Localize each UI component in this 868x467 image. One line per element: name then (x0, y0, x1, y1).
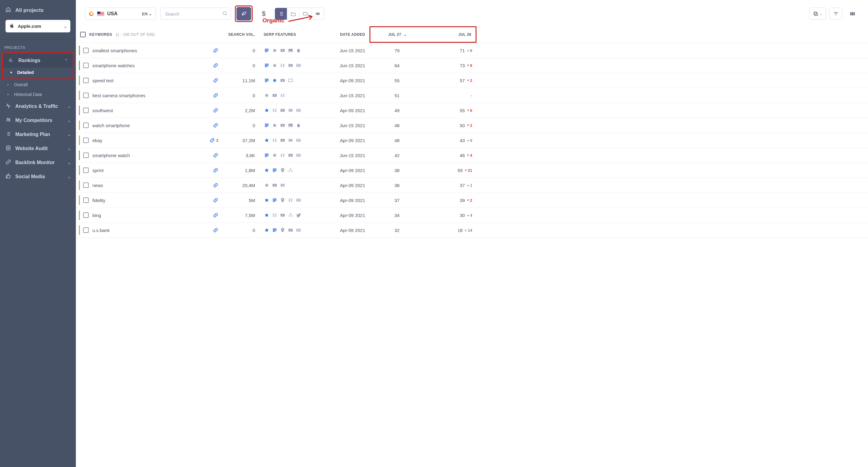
table-row[interactable]: sprint1,8MApr-09 20213859▼21 (76, 163, 868, 178)
row-checkbox[interactable] (83, 153, 89, 158)
row-checkbox[interactable] (83, 78, 89, 83)
leaf-icon (241, 11, 247, 17)
table-row[interactable]: ebay337,2MApr-09 20214843▲5 (76, 133, 868, 148)
jul27-cell: 32 (369, 223, 425, 237)
overall-label: Overall (14, 82, 28, 87)
keyword-cell: best camera smartphones (76, 88, 223, 103)
serp-star-icon (264, 182, 270, 188)
all-projects-label: All projects (15, 7, 44, 13)
col-jul28[interactable]: JUL 28 (423, 28, 474, 41)
sidebar-item-audit[interactable]: Website Audit ⌄ (0, 141, 76, 156)
sidebar-item-social[interactable]: Social Media ⌄ (0, 170, 76, 184)
region-selector[interactable]: G USA EN ⌄ (85, 8, 156, 20)
table-row[interactable]: u.s.bank0Apr-09 20213218▲14 (76, 223, 868, 238)
keyword-link-icon[interactable] (213, 108, 218, 113)
table-row[interactable]: news20,4MApr-09 20213837▲1 (76, 178, 868, 193)
sidebar-sub-detailed[interactable]: Detailed (3, 68, 73, 77)
vol-cell: 0 (223, 118, 259, 133)
keyword-link-icon[interactable] (213, 93, 218, 98)
vol-cell: 3,6K (223, 148, 259, 163)
svg-point-38 (299, 140, 300, 141)
row-checkbox[interactable] (83, 93, 89, 98)
sidebar-item-competitors[interactable]: My Competitors ⌄ (0, 113, 76, 128)
table-row[interactable]: smartphone watch3,6KJun-15 20214246▼4 (76, 148, 868, 163)
keyword-link-icon[interactable] (213, 182, 218, 188)
table-row[interactable]: speed test11,1MApr-09 20215557▼2 (76, 73, 868, 88)
vol-cell: 11,1M (223, 73, 259, 88)
col-serp[interactable]: SERP FEATURES (259, 26, 308, 43)
row-checkbox[interactable] (83, 63, 89, 68)
filter-button[interactable] (830, 8, 842, 20)
keyword-link-icon[interactable] (213, 78, 218, 83)
serp-dashes-icon (287, 197, 293, 203)
table-row[interactable]: bing7,5MApr-09 20213430▲4 (76, 208, 868, 223)
row-checkbox[interactable] (83, 48, 89, 53)
row-checkbox[interactable] (83, 167, 89, 173)
row-checkbox[interactable] (83, 227, 89, 233)
table-row[interactable]: fidelity5MApr-09 20213739▼2 (76, 193, 868, 208)
col-vol[interactable]: SEARCH VOL. (223, 26, 259, 43)
keyword-link-icon[interactable] (213, 48, 218, 53)
table-row[interactable]: best camera smartphones0Jun-15 202151- (76, 88, 868, 103)
project-selector[interactable]: Apple.com ⌄ (5, 20, 70, 32)
organic-button[interactable] (237, 7, 251, 21)
svg-point-47 (291, 171, 292, 172)
col-keywords[interactable]: KEYWORDS (1 - 100 OUT OF 535) (76, 26, 223, 43)
chevron-up-icon: ⌃ (65, 58, 68, 63)
keyword-cell: fidelity (76, 193, 223, 207)
sidebar-sub-historical[interactable]: Historical Data (0, 90, 76, 99)
keyword-link-icon[interactable]: 3 (210, 137, 218, 143)
sidebar-item-marketing[interactable]: Marketing Plan ⌄ (0, 128, 76, 141)
sidebar-sub-overall[interactable]: Overall (0, 80, 76, 90)
row-checkbox[interactable] (83, 197, 89, 203)
keyword-link-icon[interactable] (213, 227, 218, 233)
table-row[interactable]: watch smartphone0Jun-15 20214850▼2 (76, 118, 868, 133)
row-checkbox[interactable] (83, 137, 89, 143)
language-selector[interactable]: EN ⌄ (142, 11, 152, 16)
keyword-link-icon[interactable] (213, 123, 218, 128)
rank-diff: ▼2 (467, 78, 472, 83)
copy-button[interactable]: ⌄ (809, 8, 826, 20)
sidebar-item-backlink[interactable]: Backlink Monitor ⌄ (0, 156, 76, 170)
jul27-cell: 34 (369, 208, 425, 223)
audit-icon (5, 145, 11, 152)
table-row[interactable]: smallest smartphones0Jun-15 20217971▲8 (76, 43, 868, 58)
vol-cell: 0 (223, 223, 259, 237)
date-cell: Apr-09 2021 (308, 223, 369, 237)
table-row[interactable]: southwest2,2MApr-09 20214955▼6 (76, 103, 868, 118)
keyword-cell: speed test (76, 73, 223, 88)
all-projects-link[interactable]: All projects (5, 4, 70, 16)
group-stripe (79, 121, 80, 130)
serp-cell (259, 223, 308, 237)
keyword-link-icon[interactable] (213, 63, 218, 68)
row-checkbox[interactable] (83, 108, 89, 113)
col-date[interactable]: DATE ADDED (308, 26, 369, 43)
serp-card-icon (287, 77, 293, 84)
row-checkbox[interactable] (83, 212, 89, 218)
jul27-cell: 64 (369, 58, 425, 73)
date-cell: Apr-09 2021 (308, 103, 369, 118)
keyword-link-icon[interactable] (213, 197, 218, 203)
serp-lines-icon (264, 77, 270, 84)
columns-button[interactable] (846, 8, 859, 20)
sidebar-item-analytics[interactable]: Analytics & Traffic ⌄ (0, 99, 76, 113)
keyword-cell: bing (76, 208, 223, 223)
chart-icon (8, 57, 14, 64)
serp-twitter-icon (296, 212, 302, 218)
search-input[interactable] (160, 8, 230, 20)
serp-dots-icon (287, 212, 293, 218)
select-all-checkbox[interactable] (80, 32, 86, 37)
keyword-text: bing (92, 213, 101, 218)
chevron-down-icon: ⌄ (68, 104, 71, 109)
sidebar-item-rankings[interactable]: Rankings ⌃ (3, 54, 73, 68)
row-checkbox[interactable] (83, 123, 89, 128)
col-jul27[interactable]: JUL 27⌄ (372, 28, 423, 41)
row-checkbox[interactable] (83, 182, 89, 188)
triangle-up-icon: ▲ (465, 229, 467, 232)
keyword-link-icon[interactable] (213, 153, 218, 158)
svg-point-56 (299, 200, 300, 200)
keyword-link-icon[interactable] (213, 167, 218, 173)
table-row[interactable]: smartphone watches0Jun-15 20216473▼9 (76, 58, 868, 73)
keyword-link-icon[interactable] (213, 212, 218, 218)
serp-video-icon (272, 182, 278, 188)
